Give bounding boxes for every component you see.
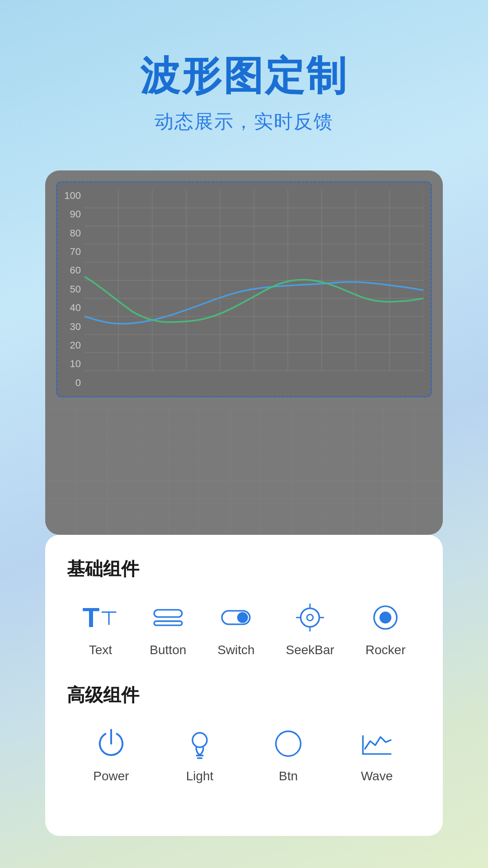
y-label-20: 20 [61,340,81,351]
svg-point-39 [276,731,301,756]
wave-label: Wave [361,769,393,783]
component-light[interactable]: Light [182,726,218,783]
power-icon-svg [93,726,129,762]
btn-label: Btn [279,769,298,783]
light-label: Light [186,769,214,783]
component-btn[interactable]: Btn [270,726,306,783]
component-wave[interactable]: Wave [359,726,395,783]
chart-card: 100 90 80 70 60 50 40 30 20 10 0 [45,170,443,535]
bottom-panel: 基础组件 Text [45,535,443,836]
y-axis-labels: 100 90 80 70 60 50 40 30 20 10 0 [61,190,81,389]
basic-section-title: 基础组件 [67,557,421,581]
switch-label: Switch [217,643,254,657]
chart-inner: 100 90 80 70 60 50 40 30 20 10 0 [56,181,432,397]
switch-icon [218,599,254,636]
y-label-100: 100 [61,190,81,202]
text-icon-svg [99,608,118,627]
svg-rect-20 [45,408,443,535]
power-label: Power [93,769,129,783]
btn-icon [270,726,306,762]
seekbar-label: SeekBar [286,643,334,657]
y-label-10: 10 [61,358,81,370]
button-icon [150,599,186,636]
rocker-icon [367,599,404,636]
svg-rect-24 [154,621,182,625]
button-icon-svg [150,599,186,636]
component-rocker[interactable]: Rocker [366,599,406,657]
light-icon [182,726,218,762]
rocker-icon-svg [367,599,404,636]
component-switch[interactable]: Switch [217,599,254,657]
chart-bottom-filler [45,408,443,535]
seekbar-icon-svg [292,599,328,636]
component-button[interactable]: Button [150,599,186,657]
y-label-40: 40 [61,302,81,314]
advanced-components-row: Power Light [67,726,421,783]
basic-components-row: Text Button [67,599,421,657]
y-label-80: 80 [61,227,81,239]
header-section: 波形图定制 动态展示，实时反馈 [140,0,348,152]
button-label: Button [150,643,186,657]
basic-section: 基础组件 Text [67,557,421,657]
wave-icon-svg [359,726,395,762]
advanced-section: 高级组件 Power [67,683,421,783]
y-label-0: 0 [61,377,81,389]
svg-point-26 [238,613,248,623]
svg-rect-23 [154,610,182,617]
svg-point-28 [307,614,313,621]
text-label: Text [89,643,112,657]
btn-icon-svg [270,726,306,762]
y-label-60: 60 [61,264,81,276]
component-text[interactable]: Text [82,599,118,657]
grid-filler-svg [45,408,443,535]
svg-point-36 [192,733,207,747]
y-label-50: 50 [61,283,81,295]
svg-point-27 [301,608,319,627]
chart-area: 100 90 80 70 60 50 40 30 20 10 0 [84,190,423,389]
light-icon-svg [182,726,218,762]
text-icon [82,599,118,636]
component-power[interactable]: Power [93,726,129,783]
advanced-section-title: 高级组件 [67,683,421,708]
chart-svg [84,190,423,389]
power-icon [93,726,129,762]
seekbar-icon [292,599,328,636]
y-label-90: 90 [61,208,81,220]
y-label-70: 70 [61,246,81,258]
wave-icon [359,726,395,762]
subtitle: 动态展示，实时反馈 [140,109,348,134]
y-label-30: 30 [61,321,81,333]
component-seekbar[interactable]: SeekBar [286,599,334,657]
rocker-label: Rocker [366,643,406,657]
main-title: 波形图定制 [140,54,348,98]
svg-point-34 [380,612,391,623]
switch-icon-svg [218,599,254,636]
